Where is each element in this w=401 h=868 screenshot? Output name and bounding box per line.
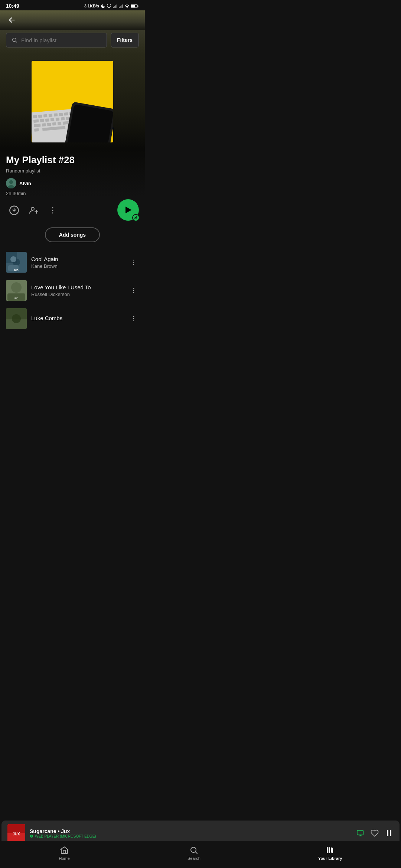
svg-point-64 — [11, 282, 22, 293]
svg-rect-25 — [40, 119, 44, 122]
playlist-duration: 2h 30min — [6, 191, 139, 196]
svg-point-50 — [52, 207, 53, 208]
svg-point-51 — [52, 210, 53, 211]
svg-point-72 — [12, 314, 21, 323]
add-user-button[interactable] — [25, 202, 42, 218]
track-item-3: Luke Combs — [0, 305, 145, 333]
search-input[interactable] — [21, 37, 101, 43]
svg-point-68 — [133, 290, 134, 291]
svg-rect-7 — [121, 5, 122, 8]
svg-rect-26 — [45, 118, 49, 122]
svg-marker-53 — [125, 207, 131, 214]
back-area — [0, 10, 145, 30]
svg-rect-2 — [114, 6, 115, 8]
svg-rect-1 — [113, 7, 114, 8]
playlist-info: My Playlist #28 Random playlist Alvin 2h… — [0, 148, 145, 196]
svg-point-67 — [133, 288, 134, 289]
status-icons — [101, 4, 139, 9]
svg-rect-5 — [119, 7, 120, 8]
back-button[interactable] — [6, 14, 18, 26]
track-art-svg-1: KB — [6, 252, 27, 273]
download-button[interactable] — [6, 202, 22, 218]
svg-point-61 — [133, 262, 134, 263]
more-button[interactable] — [45, 203, 60, 218]
track-artwork-2: RD — [6, 280, 27, 301]
play-icon — [123, 205, 133, 215]
network-speed: 3.1KB/s — [84, 4, 99, 8]
svg-rect-12 — [131, 5, 135, 7]
action-row — [0, 202, 145, 224]
svg-point-60 — [133, 260, 134, 261]
signal2-icon — [118, 4, 123, 9]
add-songs-button[interactable]: Add songs — [45, 227, 100, 242]
battery-icon — [131, 4, 139, 9]
status-time: 10:49 — [6, 3, 19, 9]
track-item-2: RD Love You Like I Used To Russell Dicke… — [0, 276, 145, 305]
search-icon — [12, 37, 17, 43]
svg-rect-19 — [49, 114, 53, 117]
track-art-svg-2: RD — [6, 280, 27, 301]
svg-rect-35 — [58, 122, 62, 125]
wifi-icon — [124, 4, 130, 9]
track-more-button-3[interactable] — [128, 313, 139, 324]
svg-rect-17 — [38, 115, 42, 118]
track-more-icon-1 — [130, 259, 137, 266]
track-info-2: Love You Like I Used To Russell Dickerso… — [31, 284, 124, 297]
svg-rect-11 — [138, 5, 138, 7]
track-artwork-3 — [6, 308, 27, 329]
svg-point-74 — [133, 318, 134, 319]
track-more-button-1[interactable] — [128, 257, 139, 267]
search-filter-area: Filters — [0, 30, 145, 53]
filters-button[interactable]: Filters — [111, 33, 139, 47]
status-right: 3.1KB/s — [84, 4, 139, 9]
svg-rect-18 — [43, 114, 48, 118]
svg-rect-3 — [115, 5, 116, 8]
back-arrow-icon — [8, 16, 16, 24]
shuffle-icon — [134, 216, 138, 220]
track-more-icon-2 — [130, 287, 137, 294]
track-item: KB Cool Again Kane Brown — [0, 248, 145, 276]
svg-point-73 — [133, 316, 134, 317]
svg-rect-6 — [120, 6, 121, 8]
search-input-wrapper[interactable] — [6, 33, 107, 47]
signal-icon — [113, 4, 117, 9]
track-artist-1: Kane Brown — [31, 263, 124, 269]
svg-point-47 — [31, 207, 34, 210]
svg-point-44 — [9, 180, 13, 184]
svg-rect-20 — [54, 113, 58, 116]
track-more-icon-3 — [130, 315, 137, 322]
svg-text:KB: KB — [14, 269, 19, 272]
add-songs-area: Add songs — [0, 224, 145, 248]
svg-point-9 — [127, 7, 127, 8]
svg-point-69 — [133, 292, 134, 293]
track-more-button-2[interactable] — [128, 285, 139, 296]
svg-point-62 — [133, 264, 134, 265]
svg-point-75 — [133, 320, 134, 322]
play-shuffle-button[interactable] — [117, 199, 139, 221]
track-title-2: Love You Like I Used To — [31, 284, 124, 290]
artwork-section — [0, 53, 145, 148]
svg-rect-31 — [34, 124, 41, 127]
moon-icon — [101, 4, 105, 9]
svg-rect-37 — [34, 128, 39, 132]
track-artwork-1: KB — [6, 252, 27, 273]
download-icon — [9, 205, 19, 216]
playlist-title: My Playlist #28 — [6, 154, 139, 166]
svg-rect-21 — [59, 113, 63, 116]
svg-rect-33 — [47, 123, 51, 126]
svg-rect-29 — [61, 117, 65, 121]
svg-rect-4 — [116, 4, 117, 8]
status-bar: 10:49 3.1KB/s — [0, 0, 145, 10]
track-art-svg-3 — [6, 308, 27, 329]
playlist-description: Random playlist — [6, 168, 139, 174]
track-info-1: Cool Again Kane Brown — [31, 256, 124, 269]
more-dots-icon — [48, 206, 57, 215]
svg-rect-8 — [122, 4, 123, 8]
avatar-svg — [6, 178, 16, 188]
svg-text:RD: RD — [14, 297, 18, 300]
svg-rect-16 — [33, 115, 37, 118]
playlist-artwork — [32, 61, 113, 142]
track-list: KB Cool Again Kane Brown RD Love Yo — [0, 248, 145, 362]
svg-rect-27 — [50, 118, 55, 121]
svg-rect-32 — [42, 123, 46, 126]
